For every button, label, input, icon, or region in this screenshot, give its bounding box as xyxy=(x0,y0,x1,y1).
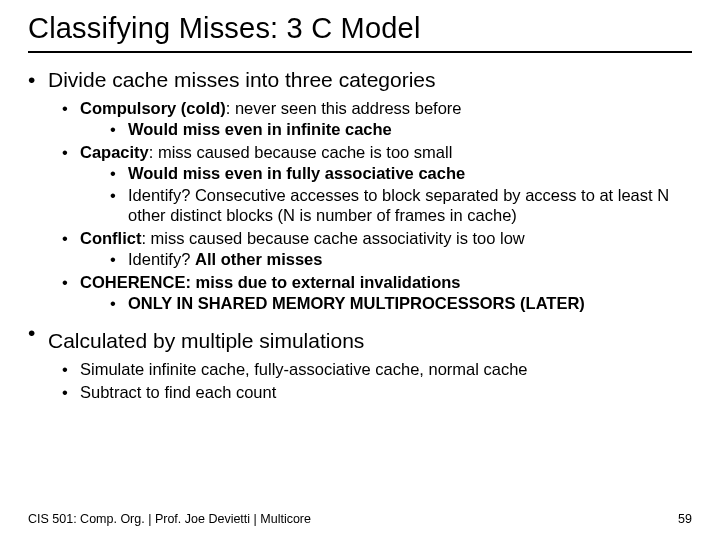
bullet-l1: Divide cache misses into three categorie… xyxy=(28,67,692,314)
bullet-l3: ONLY IN SHARED MEMORY MULTIPROCESSORS (L… xyxy=(110,293,692,314)
bullet-l3: Identify? Consecutive accesses to block … xyxy=(110,185,692,227)
bullet-list: Divide cache misses into three categorie… xyxy=(28,67,692,403)
slide: Classifying Misses: 3 C Model Divide cac… xyxy=(0,0,720,540)
bullet-l3: Would miss even in fully associative cac… xyxy=(110,163,692,184)
text: Identify? Consecutive accesses to block … xyxy=(128,186,669,225)
sublist: Compulsory (cold): never seen this addre… xyxy=(48,98,692,314)
text: Would miss even in fully associative cac… xyxy=(128,164,465,182)
text: : miss caused because cache associativit… xyxy=(141,229,524,247)
text: ONLY IN SHARED MEMORY MULTIPROCESSORS (L… xyxy=(128,294,585,312)
sublist: Would miss even in fully associative cac… xyxy=(80,163,692,226)
sublist: Would miss even in infinite cache xyxy=(80,119,692,140)
text: Identify? xyxy=(128,250,195,268)
text: Would miss even in infinite cache xyxy=(128,120,392,138)
bullet-l2: Compulsory (cold): never seen this addre… xyxy=(62,98,692,140)
footer-text: CIS 501: Comp. Org. | Prof. Joe Devietti… xyxy=(28,512,311,526)
text: All other misses xyxy=(195,250,322,268)
slide-title: Classifying Misses: 3 C Model xyxy=(28,12,692,53)
footer: CIS 501: Comp. Org. | Prof. Joe Devietti… xyxy=(28,512,692,526)
bullet-text: Divide cache misses into three categorie… xyxy=(48,68,436,91)
term-compulsory: Compulsory (cold) xyxy=(80,99,226,117)
bullet-l3: Would miss even in infinite cache xyxy=(110,119,692,140)
bullet-l3: Identify? All other misses xyxy=(110,249,692,270)
term-conflict: Conflict xyxy=(80,229,141,247)
text: : miss caused because cache is too small xyxy=(149,143,453,161)
bullet-l2: Capacity: miss caused because cache is t… xyxy=(62,142,692,226)
text: : never seen this address before xyxy=(226,99,462,117)
term-capacity: Capacity xyxy=(80,143,149,161)
bullet-l2: Subtract to find each count xyxy=(62,382,692,403)
bullet-l2: Conflict: miss caused because cache asso… xyxy=(62,228,692,270)
sublist: Identify? All other misses xyxy=(80,249,692,270)
spacer xyxy=(48,320,692,328)
bullet-l1: Calculated by multiple simulations Simul… xyxy=(28,320,692,403)
bullet-text: Calculated by multiple simulations xyxy=(48,329,364,352)
term-coherence: COHERENCE: miss due to external invalida… xyxy=(80,273,461,291)
sublist: Simulate infinite cache, fully-associati… xyxy=(48,359,692,403)
bullet-l2: Simulate infinite cache, fully-associati… xyxy=(62,359,692,380)
text: Subtract to find each count xyxy=(80,383,276,401)
page-number: 59 xyxy=(678,512,692,526)
text: Simulate infinite cache, fully-associati… xyxy=(80,360,528,378)
bullet-l2: COHERENCE: miss due to external invalida… xyxy=(62,272,692,314)
sublist: ONLY IN SHARED MEMORY MULTIPROCESSORS (L… xyxy=(80,293,692,314)
